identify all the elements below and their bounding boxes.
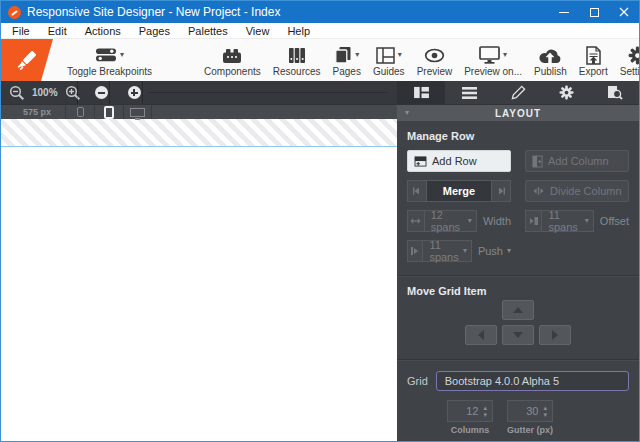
grid-preset-dropdown[interactable]: Bootstrap 4.0.0 Alpha 5 — [436, 371, 629, 391]
app-logo[interactable] — [1, 39, 53, 81]
breakpoint-ruler-track[interactable] — [149, 92, 387, 93]
offset-dropdown-caret-icon: ▾ — [585, 217, 589, 225]
components-button[interactable]: Components — [198, 39, 267, 81]
move-left-button[interactable] — [465, 325, 497, 345]
columns-value: 12 — [466, 405, 478, 417]
settings-button[interactable]: Settings — [614, 39, 640, 81]
zoom-level: 100% — [32, 87, 58, 98]
preview-on-caret-icon[interactable]: ▾ — [503, 51, 507, 59]
offset-icon — [529, 216, 539, 226]
tab-elements[interactable] — [445, 81, 493, 104]
close-icon — [619, 7, 629, 17]
divide-column-label: Divide Column — [550, 185, 622, 197]
push-label-text: Push — [478, 245, 503, 257]
zoom-in-icon[interactable] — [65, 85, 81, 101]
preview-on-label: Preview on... — [464, 67, 522, 77]
gutter-stepper[interactable]: 30 ▴ ▾ — [507, 400, 553, 422]
move-up-button[interactable] — [502, 300, 534, 320]
add-column-button[interactable]: Add Column — [525, 150, 629, 172]
tab-settings[interactable] — [542, 81, 590, 104]
width-label: Width — [483, 215, 511, 227]
gutter-stepper-arrows[interactable]: ▴ ▾ — [543, 405, 547, 418]
device-phone-small-button[interactable] — [65, 105, 94, 119]
decrease-breakpoint-button[interactable] — [95, 86, 108, 99]
increase-breakpoint-button[interactable] — [128, 86, 141, 99]
minus-icon — [98, 92, 105, 94]
guides-button[interactable]: ▾ Guides — [367, 39, 411, 81]
guides-caret-icon[interactable]: ▾ — [398, 51, 402, 59]
window-controls — [549, 1, 639, 23]
move-right-button[interactable] — [539, 325, 571, 345]
menu-actions[interactable]: Actions — [76, 23, 130, 39]
arrow-up-icon — [513, 307, 523, 313]
push-icon-box — [407, 240, 423, 262]
zoom-out-icon[interactable] — [9, 85, 25, 101]
menu-view[interactable]: View — [237, 23, 279, 39]
menu-help[interactable]: Help — [278, 23, 319, 39]
preview-label: Preview — [417, 67, 453, 77]
panel-collapse-icon[interactable]: ▾ — [405, 109, 409, 117]
publish-button[interactable]: Publish — [528, 39, 573, 81]
width-spans-dropdown[interactable]: 12 spans ▾ — [425, 210, 477, 232]
move-down-button[interactable] — [502, 325, 534, 345]
tab-layout[interactable] — [397, 81, 445, 104]
menu-pages[interactable]: Pages — [130, 23, 179, 39]
maximize-button[interactable] — [579, 1, 609, 23]
preview-button[interactable]: Preview — [411, 39, 459, 81]
breakpoint-width-label: 575 px — [23, 107, 51, 117]
device-desktop-button[interactable] — [123, 105, 152, 119]
design-canvas[interactable] — [1, 147, 397, 441]
merge-left-button[interactable] — [407, 180, 427, 202]
tab-inspector[interactable] — [591, 81, 639, 104]
width-arrows-icon — [410, 217, 421, 225]
divide-column-button[interactable]: Divide Column — [525, 180, 629, 202]
width-spans-value: 12 spans — [431, 209, 468, 233]
grid-steppers: 12 ▴ ▾ Columns 30 ▴ — [447, 400, 629, 435]
push-spans-dropdown[interactable]: 11 spans ▾ — [423, 240, 472, 262]
app-window: Responsive Site Designer - New Project -… — [0, 0, 640, 442]
pencil-rocket-icon — [14, 47, 40, 73]
pages-caret-icon[interactable]: ▾ — [355, 51, 359, 59]
toggle-breakpoints-caret-icon[interactable]: ▾ — [120, 51, 124, 59]
outside-breakpoint-area — [1, 119, 397, 147]
minimize-button[interactable] — [549, 1, 579, 23]
menu-file[interactable]: File — [3, 23, 39, 39]
gutter-value: 30 — [526, 405, 538, 417]
settings-tab-icon — [559, 85, 574, 100]
gutter-label: Gutter (px) — [507, 425, 553, 435]
merge-label: Merge — [443, 185, 475, 197]
menu-palettes[interactable]: Palettes — [179, 23, 237, 39]
resources-button[interactable]: Resources — [267, 39, 327, 81]
add-row-button[interactable]: Add Row — [407, 150, 511, 172]
columns-label: Columns — [451, 425, 490, 435]
export-label: Export — [579, 67, 608, 77]
close-button[interactable] — [609, 1, 639, 23]
offset-label: Offset — [600, 215, 629, 227]
guides-label: Guides — [373, 67, 405, 77]
zoom-toolbar: 100% — [1, 81, 397, 104]
add-row-label: Add Row — [432, 155, 477, 167]
tab-design[interactable] — [494, 81, 542, 104]
export-button[interactable]: Export — [573, 39, 614, 81]
panel-title: LAYOUT — [495, 108, 541, 119]
toggle-breakpoints-button[interactable]: ▾ Toggle Breakpoints — [61, 39, 158, 81]
menu-edit[interactable]: Edit — [39, 23, 76, 39]
preview-on-monitor-icon — [479, 46, 500, 64]
device-strip: 575 px — [1, 104, 397, 119]
pages-button[interactable]: ▾ Pages — [327, 39, 367, 81]
push-label[interactable]: Push ▾ — [478, 245, 511, 257]
columns-stepper[interactable]: 12 ▴ ▾ — [447, 400, 493, 422]
pages-label: Pages — [333, 67, 361, 77]
design-tab-icon — [511, 85, 526, 100]
panel-header[interactable]: ▾ LAYOUT — [397, 104, 639, 121]
preview-on-button[interactable]: ▾ Preview on... — [458, 39, 528, 81]
merge-button[interactable]: Merge — [427, 180, 491, 202]
device-phone-button[interactable] — [94, 105, 123, 119]
offset-spans-dropdown[interactable]: 11 spans ▾ — [542, 210, 593, 232]
stepper-up-icon: ▴ — [483, 405, 487, 411]
columns-stepper-arrows[interactable]: ▴ ▾ — [483, 405, 487, 418]
add-column-label: Add Column — [548, 155, 609, 167]
merge-right-button[interactable] — [491, 180, 511, 202]
workspace: 100% 575 px — [1, 81, 639, 441]
stepper-down-icon: ▾ — [483, 412, 487, 418]
